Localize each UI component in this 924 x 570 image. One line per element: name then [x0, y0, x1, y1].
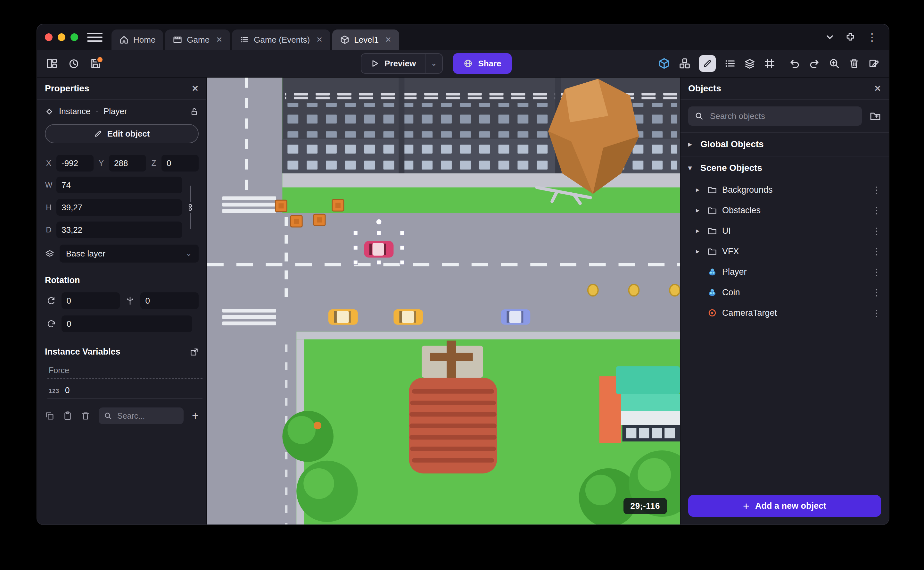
share-label: Share: [478, 59, 501, 69]
object-folder-ui[interactable]: ▸ UI ⋮: [681, 221, 889, 241]
tab-game-events[interactable]: Game (Events) ✕: [232, 29, 330, 50]
yellow-car-2: [393, 310, 423, 325]
folder-icon: [707, 205, 717, 215]
row-kebab-icon[interactable]: ⋮: [871, 226, 882, 236]
chevron-right-icon[interactable]: ▸: [696, 206, 702, 215]
row-kebab-icon[interactable]: ⋮: [871, 205, 882, 216]
properties-list-icon[interactable]: [724, 58, 736, 69]
chevron-down-icon: ▾: [688, 164, 695, 172]
preview-dropdown[interactable]: ⌄: [425, 54, 442, 73]
tab-home[interactable]: Home: [111, 29, 163, 50]
paste-clipboard-icon[interactable]: [63, 411, 72, 421]
layers-icon[interactable]: [744, 58, 756, 69]
add-variable-button[interactable]: +: [192, 410, 199, 421]
view-3d-icon[interactable]: [658, 57, 670, 70]
main-area: Properties ✕ Instance - Player: [37, 78, 889, 524]
objects-search-input[interactable]: [709, 110, 855, 122]
scene-canvas[interactable]: 29;-116: [207, 78, 680, 524]
chevron-down-icon[interactable]: [825, 32, 835, 42]
add-folder-icon[interactable]: [869, 110, 881, 122]
copy-icon[interactable]: [45, 411, 55, 421]
tab-close-icon[interactable]: ✕: [385, 35, 391, 44]
variables-search[interactable]: [99, 408, 183, 424]
zoom-in-icon[interactable]: [829, 58, 840, 69]
folder-label: VFX: [722, 247, 739, 256]
objects-panel: Objects ✕ ▸ Global Ob: [680, 78, 889, 524]
grid-icon[interactable]: [764, 58, 775, 69]
size-link-gutter: [182, 177, 199, 238]
minimize-window-button[interactable]: [58, 33, 66, 41]
object-row-coin[interactable]: Coin ⋮: [681, 282, 889, 303]
row-kebab-icon[interactable]: ⋮: [871, 308, 882, 318]
project-manager-icon[interactable]: [46, 58, 58, 69]
depth-input[interactable]: [57, 222, 182, 238]
height-input[interactable]: [57, 199, 182, 216]
row-kebab-icon[interactable]: ⋮: [871, 246, 882, 257]
tab-game[interactable]: Game ✕: [165, 29, 230, 50]
object-folder-vfx[interactable]: ▸ VFX ⋮: [681, 241, 889, 262]
edit-scene-icon[interactable]: [868, 58, 880, 69]
object-row-player[interactable]: Player ⋮: [681, 262, 889, 282]
chevron-right-icon[interactable]: ▸: [696, 185, 702, 194]
rotate-y-icon: [124, 296, 136, 305]
add-new-object-button[interactable]: + Add a new object: [688, 495, 881, 517]
object-folder-obstacles[interactable]: ▸ Obstacles ⋮: [681, 200, 889, 221]
kebab-menu-icon[interactable]: ⋮: [866, 31, 878, 43]
d-label: D: [45, 225, 52, 234]
share-button[interactable]: Share: [453, 53, 511, 74]
close-objects-icon[interactable]: ✕: [874, 84, 881, 93]
tab-level1[interactable]: Level1 ✕: [332, 29, 399, 50]
variable-value-row: 123: [47, 379, 203, 398]
edit-tool-pencil-icon[interactable]: [699, 55, 716, 72]
object-folder-backgrounds[interactable]: ▸ Backgrounds ⋮: [681, 179, 889, 200]
object-row-cameratarget[interactable]: CameraTarget ⋮: [681, 303, 889, 323]
z-label: Z: [150, 159, 157, 168]
variable-name[interactable]: Force: [47, 362, 203, 379]
traffic-lights: [45, 25, 78, 50]
chain-link-icon[interactable]: [186, 202, 194, 213]
unlock-icon[interactable]: [190, 107, 199, 116]
z-input[interactable]: [162, 155, 199, 172]
properties-title: Properties: [45, 83, 89, 93]
rotation-y-input[interactable]: [141, 293, 199, 309]
save-icon[interactable]: [90, 58, 101, 69]
tabbar-right-controls: ⋮: [825, 25, 881, 50]
rotation-x-input[interactable]: [61, 293, 120, 309]
h-label: H: [45, 203, 52, 212]
preview-button[interactable]: Preview ⌄: [361, 53, 443, 74]
x-input[interactable]: [57, 155, 93, 172]
history-icon[interactable]: [68, 58, 79, 69]
chevron-right-icon[interactable]: ▸: [696, 227, 702, 235]
instances-icon[interactable]: [678, 57, 691, 70]
plus-icon: +: [743, 500, 749, 512]
y-input[interactable]: [109, 155, 146, 172]
redo-icon[interactable]: [809, 58, 820, 69]
variable-value-input[interactable]: [64, 385, 201, 396]
undo-icon[interactable]: [789, 58, 800, 69]
chevron-right-icon[interactable]: ▸: [696, 247, 702, 256]
global-objects-group[interactable]: ▸ Global Objects: [681, 133, 889, 156]
layer-select[interactable]: Base layer ⌄: [60, 245, 199, 262]
row-kebab-icon[interactable]: ⋮: [871, 185, 882, 195]
crosswalk-top: [222, 196, 276, 213]
tab-close-icon[interactable]: ✕: [316, 35, 323, 44]
close-properties-icon[interactable]: ✕: [192, 84, 199, 93]
extensions-puzzle-icon[interactable]: [845, 32, 855, 42]
scene-objects-group[interactable]: ▾ Scene Objects: [681, 156, 889, 179]
objects-search[interactable]: [688, 106, 862, 126]
close-window-button[interactable]: [45, 33, 52, 41]
trash-icon[interactable]: [81, 411, 90, 421]
variables-search-input[interactable]: [116, 411, 179, 421]
rotation-z-input[interactable]: [61, 316, 192, 332]
camera-target-icon: [707, 308, 717, 318]
external-link-icon[interactable]: [190, 348, 199, 357]
edit-object-button[interactable]: Edit object: [45, 124, 199, 143]
row-kebab-icon[interactable]: ⋮: [871, 287, 882, 298]
row-kebab-icon[interactable]: ⋮: [871, 267, 882, 277]
menu-icon[interactable]: [87, 25, 102, 50]
zoom-window-button[interactable]: [70, 33, 78, 41]
rotation-title: Rotation: [37, 265, 206, 289]
tab-close-icon[interactable]: ✕: [216, 35, 222, 44]
delete-trash-icon[interactable]: [848, 58, 860, 69]
width-input[interactable]: [57, 177, 182, 193]
